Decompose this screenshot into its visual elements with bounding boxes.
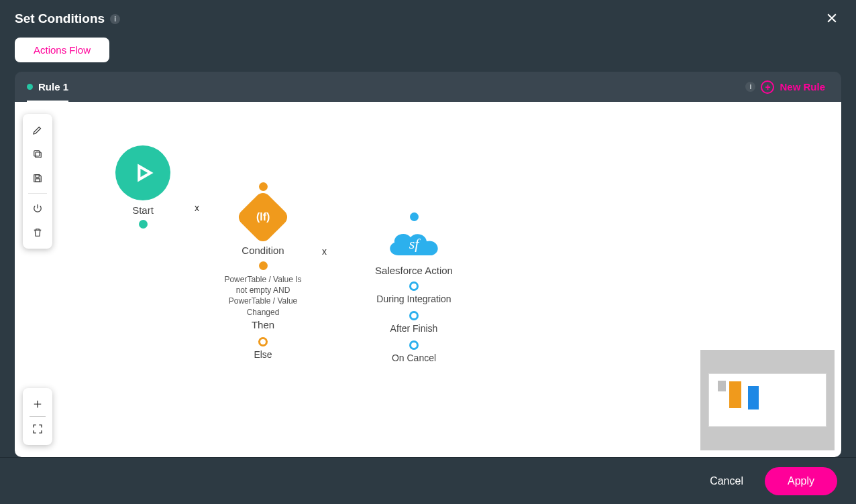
new-rule-button[interactable]: i + New Rule — [741, 80, 829, 94]
modal-footer: Cancel Apply — [0, 457, 856, 504]
title-bar: Set Conditions i — [0, 0, 856, 38]
node-condition[interactable]: (If) Condition PowerTable / Value Is not… — [223, 182, 303, 360]
edge-delete-1[interactable]: x — [195, 202, 199, 213]
close-button[interactable] — [822, 9, 841, 29]
minimap-viewport — [708, 373, 826, 427]
cancel-button[interactable]: Cancel — [706, 475, 747, 488]
modal-title: Set Conditions i — [15, 11, 120, 26]
trash-icon — [32, 227, 44, 239]
minimap-node-2 — [729, 381, 741, 408]
start-circle-icon — [115, 145, 170, 200]
minimap-node-3 — [748, 386, 759, 410]
title-info-icon[interactable]: i — [110, 14, 120, 24]
condition-else-label: Else — [254, 349, 272, 360]
actions-flow-tab[interactable]: Actions Flow — [15, 38, 109, 62]
fit-view-button[interactable] — [25, 417, 50, 441]
start-output-port[interactable] — [139, 220, 148, 229]
condition-label: Condition — [242, 245, 284, 256]
new-rule-label: New Rule — [780, 81, 825, 92]
condition-then-port[interactable] — [259, 261, 268, 270]
node-salesforce[interactable]: sf Salesforce Action During Integration … — [357, 212, 471, 363]
fullscreen-icon — [32, 423, 44, 435]
toolbar-power-button[interactable] — [25, 196, 50, 220]
pencil-icon — [32, 124, 44, 136]
condition-description: PowerTable / Value Is not empty AND Powe… — [223, 274, 303, 318]
toolbar-copy-button[interactable] — [25, 142, 50, 166]
plus-circle-icon: + — [761, 80, 774, 94]
salesforce-label: Salesforce Action — [375, 265, 453, 276]
copy-icon — [32, 148, 44, 160]
node-start[interactable]: Start — [115, 145, 170, 229]
new-rule-info-icon: i — [745, 82, 755, 92]
rule-tab-label: Rule 1 — [38, 81, 68, 92]
svg-rect-1 — [34, 151, 40, 156]
svg-rect-0 — [36, 152, 41, 158]
power-icon — [32, 202, 44, 214]
salesforce-during-label: During Integration — [376, 294, 451, 304]
condition-else-port[interactable] — [258, 337, 268, 346]
rule-tab-active[interactable]: Rule 1 — [27, 72, 68, 102]
diamond-text: (If) — [256, 211, 270, 223]
condition-then-label: Then — [252, 319, 274, 330]
salesforce-after-label: After Finish — [390, 323, 438, 334]
rule-bar: Rule 1 i + New Rule — [15, 72, 841, 102]
minimap[interactable] — [700, 350, 835, 450]
svg-rect-2 — [36, 175, 39, 178]
rule-status-dot-icon — [27, 84, 33, 90]
salesforce-during-port[interactable] — [409, 281, 419, 291]
salesforce-after-port[interactable] — [409, 311, 419, 320]
toolbar-save-button[interactable] — [25, 166, 50, 190]
toolbar-delete-button[interactable] — [25, 220, 50, 245]
set-conditions-modal: Set Conditions i Actions Flow Rule 1 i +… — [0, 0, 856, 504]
salesforce-input-port[interactable] — [410, 212, 419, 221]
save-icon — [32, 172, 44, 184]
zoom-in-button[interactable] — [25, 392, 50, 416]
plus-icon — [32, 398, 44, 410]
salesforce-cancel-port[interactable] — [409, 340, 419, 350]
close-icon — [825, 11, 839, 25]
start-label: Start — [132, 204, 154, 216]
flow-canvas[interactable]: x x — [15, 102, 841, 457]
zoom-toolbar — [23, 388, 52, 445]
cloud-icon: sf — [384, 225, 444, 262]
minimap-node-1 — [718, 381, 726, 391]
cloud-text: sf — [384, 225, 444, 262]
svg-rect-3 — [36, 179, 40, 182]
diamond-icon: (If) — [235, 190, 290, 245]
modal-title-text: Set Conditions — [15, 11, 105, 26]
tabs-row: Actions Flow — [0, 38, 856, 72]
condition-input-port[interactable] — [259, 182, 268, 191]
apply-button[interactable]: Apply — [765, 467, 837, 495]
canvas-toolbar — [23, 114, 52, 249]
edge-delete-2[interactable]: x — [322, 246, 327, 257]
salesforce-cancel-label: On Cancel — [392, 353, 436, 363]
toolbar-divider — [28, 193, 47, 194]
toolbar-edit-button[interactable] — [25, 118, 50, 142]
